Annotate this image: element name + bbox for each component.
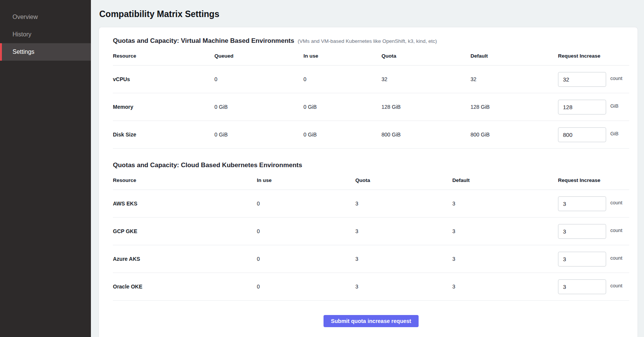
unit-label: count: [610, 200, 622, 205]
column-header-request-increase: Request Increase: [558, 177, 629, 183]
cloud-section-header: Quotas and Capacity: Cloud Based Kuberne…: [113, 161, 629, 169]
request-increase-group: count: [558, 72, 629, 87]
column-header-resource: Resource: [113, 177, 257, 183]
vm-section-subtitle: (VMs and VM-based Kubernetes like OpenSh…: [298, 38, 437, 44]
cloud-section-title: Quotas and Capacity: Cloud Based Kuberne…: [113, 161, 302, 169]
request-increase-input-memory[interactable]: [558, 100, 606, 114]
column-header-resource: Resource: [113, 53, 214, 59]
settings-card: Quotas and Capacity: Virtual Machine Bas…: [98, 27, 638, 337]
in-use-value: 0 GiB: [303, 104, 381, 110]
unit-label: count: [610, 75, 622, 81]
request-increase-input-gcp-gke[interactable]: [558, 224, 606, 239]
unit-label: count: [610, 283, 622, 288]
unit-label: GiB: [610, 103, 619, 109]
in-use-value: 0: [257, 201, 355, 207]
quota-value: 3: [355, 201, 452, 207]
submit-row: Submit quota increase request: [113, 301, 629, 330]
request-increase-input-oracle-oke[interactable]: [558, 279, 606, 294]
quota-value: 3: [355, 256, 452, 262]
vm-section-header: Quotas and Capacity: Virtual Machine Bas…: [113, 37, 629, 45]
sidebar-item-label: Overview: [13, 14, 38, 20]
quota-value: 32: [381, 76, 470, 82]
vm-section-title: Quotas and Capacity: Virtual Machine Bas…: [113, 37, 294, 45]
table-row: Memory 0 GiB 0 GiB 128 GiB 128 GiB GiB: [113, 93, 629, 121]
sidebar-item-label: History: [13, 31, 31, 38]
column-header-in-use: In use: [303, 53, 381, 59]
queued-value: 0 GiB: [214, 132, 303, 138]
request-increase-group: count: [558, 252, 629, 266]
table-row: vCPUs 0 0 32 32 count: [113, 66, 629, 93]
resource-name: vCPUs: [113, 76, 214, 82]
sidebar: Overview History Settings: [0, 0, 91, 337]
quota-value: 800 GiB: [381, 132, 470, 138]
table-row: Azure AKS 0 3 3 count: [113, 245, 629, 273]
default-value: 3: [452, 228, 558, 234]
in-use-value: 0: [257, 256, 355, 262]
table-row: GCP GKE 0 3 3 count: [113, 218, 629, 245]
default-value: 800 GiB: [470, 132, 558, 138]
default-value: 32: [470, 76, 558, 82]
column-header-queued: Queued: [214, 53, 303, 59]
unit-label: count: [610, 255, 622, 261]
request-increase-input-vcpus[interactable]: [558, 72, 606, 87]
main-content: Compatibility Matrix Settings Quotas and…: [91, 0, 644, 337]
request-increase-input-disk-size[interactable]: [558, 127, 606, 142]
in-use-value: 0: [257, 284, 355, 290]
request-increase-group: count: [558, 224, 629, 239]
sidebar-item-history[interactable]: History: [0, 26, 91, 43]
request-increase-group: GiB: [558, 127, 629, 142]
resource-name: Disk Size: [113, 132, 214, 138]
column-header-request-increase: Request Increase: [558, 53, 629, 59]
sidebar-item-settings[interactable]: Settings: [0, 43, 91, 61]
table-row: AWS EKS 0 3 3 count: [113, 190, 629, 218]
resource-name: AWS EKS: [113, 201, 257, 207]
table-row: Oracle OKE 0 3 3 count: [113, 273, 629, 301]
in-use-value: 0: [303, 76, 381, 82]
request-increase-input-azure-aks[interactable]: [558, 252, 606, 266]
request-increase-group: count: [558, 279, 629, 294]
default-value: 3: [452, 201, 558, 207]
request-increase-input-aws-eks[interactable]: [558, 196, 606, 211]
default-value: 3: [452, 284, 558, 290]
resource-name: Oracle OKE: [113, 284, 257, 290]
quota-value: 128 GiB: [381, 104, 470, 110]
in-use-value: 0: [257, 228, 355, 234]
table-row: Disk Size 0 GiB 0 GiB 800 GiB 800 GiB Gi…: [113, 121, 629, 149]
column-header-default: Default: [452, 177, 558, 183]
unit-label: GiB: [610, 131, 619, 136]
default-value: 3: [452, 256, 558, 262]
sidebar-item-label: Settings: [13, 49, 34, 55]
page-title: Compatibility Matrix Settings: [99, 9, 638, 19]
column-header-default: Default: [470, 53, 558, 59]
sidebar-item-overview[interactable]: Overview: [0, 8, 91, 26]
column-header-quota: Quota: [355, 177, 452, 183]
unit-label: count: [610, 227, 622, 233]
column-header-quota: Quota: [381, 53, 470, 59]
quota-value: 3: [355, 284, 452, 290]
cloud-table-header: Resource In use Quota Default Request In…: [113, 171, 629, 190]
queued-value: 0: [214, 76, 303, 82]
quota-value: 3: [355, 228, 452, 234]
app-window: Overview History Settings Compatibility …: [0, 0, 644, 337]
column-header-in-use: In use: [257, 177, 355, 183]
resource-name: GCP GKE: [113, 228, 257, 234]
request-increase-group: count: [558, 196, 629, 211]
submit-quota-increase-button[interactable]: Submit quota increase request: [324, 315, 419, 327]
queued-value: 0 GiB: [214, 104, 303, 110]
request-increase-group: GiB: [558, 100, 629, 114]
in-use-value: 0 GiB: [303, 132, 381, 138]
resource-name: Azure AKS: [113, 256, 257, 262]
resource-name: Memory: [113, 104, 214, 110]
vm-table-header: Resource Queued In use Quota Default Req…: [113, 47, 629, 66]
default-value: 128 GiB: [470, 104, 558, 110]
